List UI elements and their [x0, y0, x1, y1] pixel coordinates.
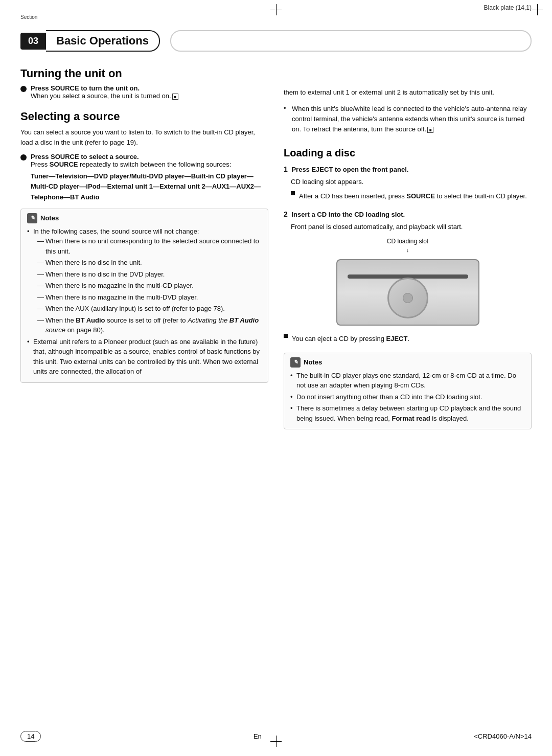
bullet-round-icon	[20, 86, 27, 92]
notes-sub-6: When the AUX (auxiliary input) is set to…	[37, 304, 262, 314]
content-area: Turning the unit on Press SOURCE to turn…	[20, 57, 532, 429]
source-bullet1-body: Press SOURCE repeatedly to switch betwee…	[31, 161, 231, 168]
bullet-square-icon2	[284, 334, 288, 338]
eject-note-item: You can eject a CD by pressing EJECT.	[284, 332, 532, 346]
step1-bullet1-text: After a CD has been inserted, press SOUR…	[299, 191, 527, 201]
page-num-text: 14	[27, 732, 34, 740]
notes-list-right: The built-in CD player plays one standar…	[290, 371, 525, 424]
source-bullet1: Press SOURCE to select a source. Press S…	[20, 153, 268, 168]
turning-on-bullet1-body: When you select a source, the unit is tu…	[31, 92, 171, 100]
notes-item-2: External unit refers to a Pioneer produc…	[27, 337, 262, 377]
note-ref-2: ■	[427, 127, 433, 133]
notes-header-left: ✎ Notes	[27, 213, 262, 223]
step1-number: 1	[284, 165, 288, 173]
black-plate-label: Black plate (14,1)	[484, 4, 532, 11]
step2: 2 Insert a CD into the CD loading slot. …	[284, 209, 532, 233]
notes-header-label-left: Notes	[40, 214, 59, 222]
bullet-dot-right: •	[284, 104, 288, 112]
step2-number: 2	[284, 210, 288, 218]
bullet-round-icon2	[20, 154, 27, 161]
notes-icon-right: ✎	[290, 357, 301, 368]
section-small-label: Section	[20, 14, 552, 20]
notes-sub-3: When there is no disc in the DVD player.	[37, 269, 262, 280]
cd-slot-label-container: CD loading slot	[284, 237, 532, 245]
footer-lang: En	[254, 732, 262, 740]
notes-sub-7: When the BT Audio source is set to off (…	[37, 315, 262, 335]
notes-sub-1: When there is no unit corresponding to t…	[37, 236, 262, 256]
crosshair-top-center	[270, 4, 282, 15]
notes-header-right: ✎ Notes	[290, 357, 525, 368]
turning-on-bullet1-bold: Press SOURCE to turn the unit on.	[31, 84, 140, 92]
cd-slot-arrow: ↓	[284, 247, 532, 253]
section-number: 03	[20, 33, 46, 50]
page-container: Black plate (14,1) Section 03 Basic Oper…	[0, 0, 552, 756]
notes-right-2: Do not insert anything other than a CD i…	[290, 392, 525, 402]
cd-disc-center	[403, 293, 413, 303]
source-bullet1-bold: Press SOURCE to select a source.	[31, 153, 139, 161]
step1-bullet1: After a CD has been inserted, press SOUR…	[291, 189, 532, 203]
notes-box-right: ✎ Notes The built-in CD player plays one…	[284, 353, 532, 430]
section-title-box: Basic Operations	[46, 30, 160, 52]
cd-device-illustration	[336, 259, 479, 326]
notes-right-1: The built-in CD player plays one standar…	[290, 371, 525, 391]
step1: 1 Press EJECT to open the front panel. C…	[284, 164, 532, 204]
section-title-text: Basic Operations	[56, 34, 149, 47]
turning-on-bullet1: Press SOURCE to turn the unit on. When y…	[20, 84, 268, 100]
source-bullet1-text: Press SOURCE to select a source. Press S…	[31, 153, 231, 168]
step2-title-text: Insert a CD into the CD loading slot.	[291, 211, 405, 218]
page-number: 14	[20, 731, 41, 742]
footer-code: <CRD4060-A/N>14	[474, 732, 532, 740]
step1-title: 1 Press EJECT to open the front panel.	[284, 164, 532, 175]
turning-on-bullet1-text: Press SOURCE to turn the unit on. When y…	[31, 84, 178, 100]
sources-list: Tuner—Television—DVD player/Multi-DVD pl…	[31, 171, 268, 202]
cd-disc-visual	[387, 278, 428, 318]
notes-right-3: There is sometimes a delay between start…	[290, 403, 525, 423]
notes-sub-5: When there is no magazine in the multi-D…	[37, 292, 262, 303]
step2-text: Front panel is closed automatically, and…	[291, 222, 532, 232]
right-continuation-text: them to external unit 1 or external unit…	[284, 87, 532, 98]
notes-sub-4: When there is no magazine in the multi-C…	[37, 281, 262, 291]
notes-header-label-right: Notes	[304, 358, 322, 366]
selecting-source-intro: You can select a source you want to list…	[20, 127, 268, 148]
bullet-square-icon1	[291, 191, 295, 195]
notes-box-left: ✎ Notes In the following cases, the soun…	[20, 209, 268, 383]
selecting-source-title: Selecting a source	[20, 110, 268, 123]
loading-disc-title: Loading a disc	[284, 147, 532, 159]
col-left: Turning the unit on Press SOURCE to turn…	[20, 57, 268, 429]
section-header-right	[170, 30, 532, 52]
crosshair-top-right	[532, 4, 543, 15]
page-footer: 14 En <CRD4060-A/N>14	[0, 731, 552, 742]
step1-text: CD loading slot appears.	[291, 177, 532, 187]
notes-icon-left: ✎	[27, 213, 37, 223]
eject-note-text: You can eject a CD by pressing EJECT.	[292, 334, 409, 344]
col-right: them to external unit 1 or external unit…	[284, 57, 532, 429]
notes-sub-2: When there is no disc in the unit.	[37, 258, 262, 268]
right-bullet1-text: When this unit's blue/white lead is conn…	[292, 104, 532, 134]
notes-list-left: In the following cases, the sound source…	[27, 226, 262, 377]
notes-item-1: In the following cases, the sound source…	[27, 226, 262, 335]
step1-title-text: Press EJECT to open the front panel.	[291, 166, 408, 173]
section-header: 03 Basic Operations	[20, 30, 532, 52]
cd-slot-label: CD loading slot	[387, 238, 428, 245]
turning-on-title: Turning the unit on	[20, 67, 268, 80]
right-bullet1: • When this unit's blue/white lead is co…	[284, 102, 532, 136]
note-ref-1: ■	[172, 94, 178, 100]
step2-title: 2 Insert a CD into the CD loading slot.	[284, 209, 532, 220]
notes-sub-list-1: When there is no unit corresponding to t…	[37, 236, 262, 335]
